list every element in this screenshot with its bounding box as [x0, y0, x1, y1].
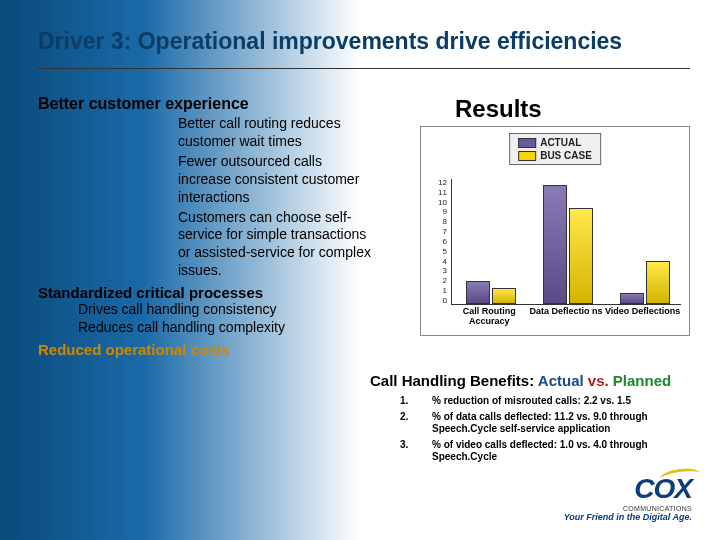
- x-label: Video Deflections: [604, 307, 681, 333]
- note-number: 3.: [400, 439, 412, 463]
- note-row: 3.% of video calls deflected: 1.0 vs. 4.…: [400, 439, 690, 463]
- legend-plan-label: BUS CASE: [540, 150, 592, 161]
- left-column: Better customer experience Better call r…: [38, 95, 378, 358]
- y-tick: 8: [425, 218, 447, 226]
- bullet-outsourced: Fewer outsourced calls increase consiste…: [178, 153, 378, 207]
- chart-title-vs: vs.: [588, 372, 609, 389]
- heading-reduced-costs: Reduced operational costs: [38, 341, 378, 358]
- note-number: 1.: [400, 395, 412, 407]
- plot-area: [451, 179, 681, 305]
- note-row: 1.% reduction of misrouted calls: 2.2 vs…: [400, 395, 690, 407]
- chart-title-main: Call Handling Benefits:: [370, 372, 534, 389]
- chart-title: Call Handling Benefits: Actual vs. Plann…: [370, 372, 671, 389]
- cox-logo-area: COX COMMUNICATIONS Your Friend in the Di…: [564, 473, 692, 522]
- y-tick: 11: [425, 189, 447, 197]
- heading-standardized: Standardized critical processes: [38, 284, 378, 301]
- y-tick: 2: [425, 277, 447, 285]
- slide: Driver 3: Operational improvements drive…: [0, 0, 720, 540]
- y-tick: 7: [425, 228, 447, 236]
- x-label: Call Routing Accuracy: [451, 307, 528, 333]
- bar-chart: ACTUAL BUS CASE 0123456789101112 Call Ro…: [420, 126, 690, 336]
- bullet-call-routing: Better call routing reduces customer wai…: [178, 115, 378, 151]
- swatch-plan-icon: [518, 151, 536, 161]
- legend-plan: BUS CASE: [518, 150, 592, 161]
- bar-plan: [646, 261, 670, 304]
- legend-actual-label: ACTUAL: [540, 137, 581, 148]
- note-text: % reduction of misrouted calls: 2.2 vs. …: [432, 395, 690, 407]
- y-tick: 9: [425, 208, 447, 216]
- logo-swoosh-icon: [659, 466, 701, 485]
- bar-group: [615, 261, 675, 304]
- y-axis-ticks: 0123456789101112: [425, 179, 447, 305]
- bar-group: [461, 281, 521, 304]
- y-tick: 10: [425, 199, 447, 207]
- swatch-actual-icon: [518, 138, 536, 148]
- note-text: % of video calls deflected: 1.0 vs. 4.0 …: [432, 439, 690, 463]
- legend-actual: ACTUAL: [518, 137, 592, 148]
- bar-actual: [620, 293, 644, 304]
- bar-plan: [492, 288, 516, 304]
- y-tick: 3: [425, 267, 447, 275]
- heading-customer-experience: Better customer experience: [38, 95, 378, 113]
- y-tick: 4: [425, 258, 447, 266]
- bullet-complexity: Reduces call handling complexity: [78, 319, 378, 337]
- note-number: 2.: [400, 411, 412, 435]
- bar-actual: [543, 185, 567, 304]
- chart-notes: 1.% reduction of misrouted calls: 2.2 vs…: [400, 395, 690, 467]
- chart-legend: ACTUAL BUS CASE: [509, 133, 601, 165]
- x-axis-labels: Call Routing AccuracyData Deflectio nsVi…: [451, 307, 681, 333]
- cox-logo-sub: COMMUNICATIONS: [564, 505, 692, 512]
- x-label: Data Deflectio ns: [528, 307, 605, 333]
- results-heading: Results: [455, 95, 542, 123]
- cox-logo: COX: [634, 473, 692, 505]
- bar-actual: [466, 281, 490, 304]
- note-row: 2.% of data calls deflected: 11.2 vs. 9.…: [400, 411, 690, 435]
- bullet-self-service: Customers can choose self-service for si…: [178, 209, 378, 281]
- y-tick: 5: [425, 248, 447, 256]
- slide-title: Driver 3: Operational improvements drive…: [38, 28, 690, 55]
- note-text: % of data calls deflected: 11.2 vs. 9.0 …: [432, 411, 690, 435]
- cox-tagline: Your Friend in the Digital Age.: [564, 512, 692, 522]
- y-tick: 1: [425, 287, 447, 295]
- bar-group: [538, 185, 598, 304]
- bullet-consistency: Drives call handling consistency: [78, 301, 378, 319]
- bar-plan: [569, 208, 593, 304]
- y-tick: 6: [425, 238, 447, 246]
- chart-title-planned: Planned: [613, 372, 671, 389]
- chart-title-actual: Actual: [538, 372, 584, 389]
- title-underline: [38, 68, 690, 69]
- y-tick: 12: [425, 179, 447, 187]
- y-tick: 0: [425, 297, 447, 305]
